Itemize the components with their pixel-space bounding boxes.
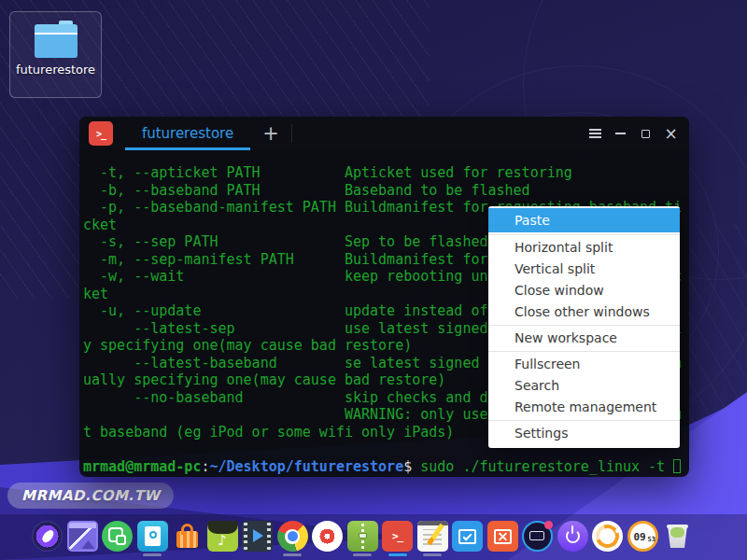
close-button[interactable]: × — [658, 117, 684, 150]
menu-item-horizontal-split[interactable]: Horizontal split — [488, 237, 680, 259]
dock-file-manager[interactable] — [137, 521, 168, 556]
menu-item-new-workspace[interactable]: New workspace — [488, 328, 680, 349]
context-menu: PasteHorizontal splitVertical splitClose… — [488, 206, 680, 448]
dock-chrome[interactable] — [277, 521, 308, 556]
dock: ♪>_0953 — [32, 521, 693, 556]
dock-package-uninstaller[interactable] — [487, 521, 518, 556]
menu-separator — [488, 234, 680, 235]
new-tab-button[interactable]: + — [250, 117, 291, 150]
running-indicator — [353, 553, 372, 556]
package-uninstaller-icon — [487, 521, 518, 552]
menu-separator — [488, 420, 680, 421]
input-keyboard-icon — [522, 521, 553, 552]
dock-package-installer[interactable] — [452, 521, 483, 556]
dock-control-center[interactable] — [312, 521, 343, 556]
dock-clock[interactable]: 0953 — [627, 521, 658, 556]
watermark: MRMAD.COM.TW — [7, 483, 174, 509]
dock-movies[interactable] — [242, 521, 273, 556]
dock-multitasking[interactable] — [102, 521, 133, 556]
trash-icon — [662, 521, 693, 552]
minimize-button[interactable] — [608, 117, 633, 150]
desktop-icon-futurerestore[interactable]: futurerestore — [9, 11, 102, 98]
control-center-icon — [312, 521, 343, 552]
running-indicator — [143, 553, 162, 556]
chrome-icon — [277, 521, 308, 552]
desktop-icon-label: futurerestore — [10, 63, 101, 77]
movies-icon — [242, 521, 273, 552]
package-installer-icon — [452, 521, 483, 552]
clock-icon: 0953 — [627, 521, 658, 552]
dock-trash[interactable] — [662, 521, 693, 556]
running-indicator — [388, 553, 407, 556]
app-store-icon — [172, 521, 203, 552]
dock-archive[interactable] — [347, 521, 378, 556]
dock-terminal[interactable]: >_ — [382, 521, 413, 556]
terminal-cursor — [673, 459, 681, 473]
show-desktop-icon — [67, 521, 98, 552]
text-editor-icon — [417, 521, 448, 552]
power-icon — [557, 521, 588, 552]
dock-music[interactable]: ♪ — [207, 521, 238, 556]
prompt-path: ~/Desktop/futurerestore — [209, 458, 403, 475]
file-manager-icon — [137, 521, 168, 552]
archive-icon — [347, 521, 378, 552]
music-icon: ♪ — [207, 521, 238, 552]
running-indicator — [283, 553, 302, 556]
titlebar-separator — [291, 124, 292, 143]
maximize-icon — [641, 130, 650, 138]
menu-separator — [488, 325, 680, 326]
desktop: futurerestore MRMAD.COM.TW >_ futurerest… — [0, 0, 747, 560]
dock-app-store[interactable] — [172, 521, 203, 556]
minimize-icon — [615, 133, 626, 134]
menu-item-vertical-split[interactable]: Vertical split — [488, 259, 680, 280]
menu-item-settings[interactable]: Settings — [488, 423, 680, 444]
launcher-icon — [32, 521, 63, 552]
typed-command: sudo ./futurerestore_linux -t — [420, 458, 673, 475]
menu-item-close-window[interactable]: Close window — [488, 280, 680, 301]
terminal-icon: >_ — [382, 521, 413, 552]
menu-button[interactable] — [583, 117, 608, 150]
recorder-icon — [592, 521, 623, 552]
dock-text-editor[interactable] — [417, 521, 448, 556]
folder-icon — [35, 24, 78, 58]
running-indicator — [423, 553, 442, 556]
titlebar: >_ futurerestore + × — [79, 117, 689, 150]
terminal-app-icon: >_ — [89, 121, 113, 146]
menu-separator — [488, 351, 680, 352]
dock-power[interactable] — [557, 521, 588, 556]
dock-show-desktop[interactable] — [67, 521, 98, 556]
tab-futurerestore[interactable]: futurerestore — [125, 117, 250, 150]
dock-recorder[interactable] — [592, 521, 623, 556]
prompt-user-host: mrmad@mrmad-pc — [83, 458, 201, 475]
hamburger-icon — [589, 133, 601, 134]
dock-input-keyboard[interactable] — [522, 521, 553, 556]
menu-item-remote-management[interactable]: Remote management — [488, 397, 680, 418]
dock-launcher[interactable] — [32, 521, 63, 556]
menu-item-close-other-windows[interactable]: Close other windows — [488, 301, 680, 323]
maximize-button[interactable] — [633, 117, 658, 150]
close-icon: × — [664, 126, 677, 142]
menu-item-fullscreen[interactable]: Fullscreen — [488, 354, 680, 375]
menu-item-paste[interactable]: Paste — [488, 208, 680, 232]
menu-item-search[interactable]: Search — [488, 375, 680, 397]
multitasking-icon — [102, 521, 133, 552]
